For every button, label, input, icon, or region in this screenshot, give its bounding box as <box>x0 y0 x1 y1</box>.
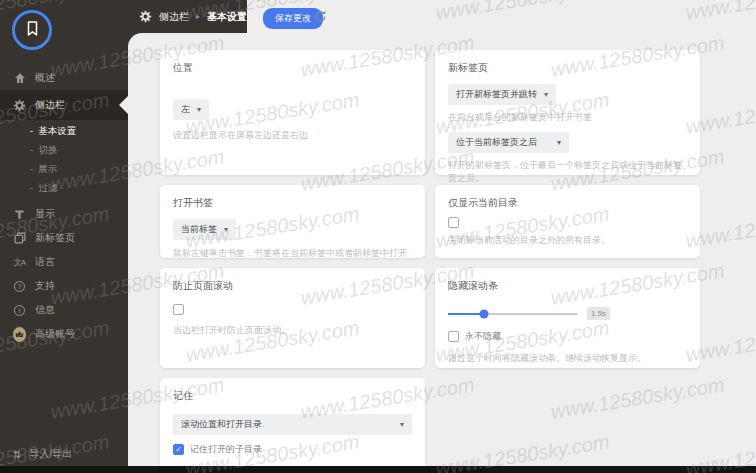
select-value: 当前标签 <box>181 223 217 236</box>
sidebar-item-support[interactable]: ? 支持 <box>0 274 128 298</box>
bullet: - <box>30 182 33 195</box>
card-description: 超过这个时间将隐藏滚动条。继续滚动恢复显示。 <box>448 352 687 366</box>
active-notch <box>119 96 128 114</box>
card-newtab: 新标签页 打开新标签页并跳转 ▾ 在前台或后台的新标签页中打开书签 位于当前标签… <box>435 50 700 175</box>
card-position: 位置 左 ▾ 设置边栏显示在屏幕左边还是右边 <box>160 50 425 175</box>
remember-subdir-checkbox[interactable]: ✓ <box>173 444 184 455</box>
sidebar-item-overview[interactable]: 概述 <box>0 66 128 90</box>
newtab-open-select[interactable]: 打开新标签页并跳转 ▾ <box>448 84 556 105</box>
sidebar-item-label: 信息 <box>35 303 55 317</box>
slider-track[interactable] <box>448 313 578 315</box>
chevron-down-icon: ▾ <box>544 90 548 99</box>
chevron-down-icon: ▾ <box>557 138 561 147</box>
sidebar-item-newtab[interactable]: 新标签页 <box>0 226 128 250</box>
hide-delay-slider: 1.5s <box>448 307 687 320</box>
subitem-label: 基本设置 <box>38 125 76 138</box>
breadcrumb: 侧边栏 ▸ 基本设置 <box>139 0 247 33</box>
card-current-dir-only: 仅显示当前目录 ✓ 关闭除当前活动的目录之外的所有目录。 <box>435 185 700 258</box>
remember-select[interactable]: 滚动位置和打开目录 ▾ <box>173 414 412 435</box>
card-remember: 记住 滚动位置和打开目录 ▾ ✓ 记住打开的子目录 选择页面更改后要记住的内容。… <box>160 378 425 473</box>
card-title: 隐藏滚动条 <box>448 279 687 293</box>
import-export-icon: ⇅ <box>13 449 21 460</box>
app-logo[interactable] <box>12 10 52 50</box>
breadcrumb-page: 基本设置 <box>207 10 247 24</box>
sidebar-item-label: 侧边栏 <box>35 98 65 112</box>
translate-icon: 文A <box>13 256 26 269</box>
sidebar-item-label: 显示 <box>35 207 55 221</box>
bullet: - <box>30 125 33 138</box>
bullet: - <box>30 144 33 157</box>
subitem-label: 展示 <box>38 163 57 176</box>
card-title: 防止页面滚动 <box>173 279 412 293</box>
sidebar-item-label: 支持 <box>35 279 55 293</box>
select-value: 位于当前标签页之后 <box>456 136 537 149</box>
card-description: 在前台或后台的新标签页中打开书签 <box>448 111 687 125</box>
slider-value-badge: 1.5s <box>587 307 610 320</box>
card-hide-scrollbar: 隐藏滚动条 1.5s ✓ 永不隐藏 超过这个时间将隐藏滚动条。继续滚动恢复显示。 <box>435 268 700 368</box>
open-bookmark-select[interactable]: 当前标签 ▾ <box>173 219 236 240</box>
settings-column-left: 位置 左 ▾ 设置边栏显示在屏幕左边还是右边 打开书签 当前标签 ▾ 鼠标左键单… <box>160 50 425 473</box>
subitem-filter[interactable]: - 过滤 <box>0 179 128 198</box>
sidebar-item-label: 概述 <box>35 71 55 85</box>
subitem-toggle[interactable]: - 切换 <box>0 141 128 160</box>
settings-column-right: 新标签页 打开新标签页并跳转 ▾ 在前台或后台的新标签页中打开书签 位于当前标签… <box>435 50 700 378</box>
subitem-label: 过滤 <box>38 182 57 195</box>
sidebar-item-language[interactable]: 文A 语言 <box>0 250 128 274</box>
bookmark-icon <box>25 20 40 41</box>
sidebar-nav: 概述 侧边栏 <box>0 66 128 346</box>
sidebar-item-label: 高级账号 <box>35 327 75 341</box>
position-select[interactable]: 左 ▾ <box>173 99 209 120</box>
never-hide-checkbox[interactable]: ✓ <box>448 331 459 342</box>
settings-window: 概述 侧边栏 <box>0 0 756 473</box>
chevron-down-icon: ▾ <box>197 105 201 114</box>
format-text-icon <box>13 208 26 221</box>
subitem-presentation[interactable]: - 展示 <box>0 160 128 179</box>
sidebar-item-label: 导入/导出 <box>29 447 72 461</box>
sidebar-item-info[interactable]: i 信息 <box>0 298 128 322</box>
help-icon: ? <box>13 280 26 293</box>
gear-icon <box>139 10 152 23</box>
card-description: 打开的新标签页，位于最后一个标签页之后或位于当前标签页之后。 <box>448 159 687 186</box>
sidebar-item-sidebar[interactable]: 侧边栏 <box>0 90 128 120</box>
card-title: 打开书签 <box>173 196 412 210</box>
breadcrumb-section: 侧边栏 <box>159 10 189 24</box>
bottom-edge-bar <box>0 466 756 473</box>
sidebar-item-appearance[interactable]: 显示 <box>0 202 128 226</box>
select-value: 滚动位置和打开目录 <box>181 418 262 431</box>
tabs-icon <box>13 232 26 245</box>
card-title: 新标签页 <box>448 61 687 75</box>
select-value: 左 <box>181 103 190 116</box>
card-title: 仅显示当前目录 <box>448 196 687 210</box>
newtab-position-select[interactable]: 位于当前标签页之后 ▾ <box>448 132 569 153</box>
sidebar-subnav: - 基本设置 - 切换 - 展示 - 过滤 <box>0 122 128 198</box>
refresh-icon[interactable] <box>314 9 327 22</box>
sidebar-item-label: 语言 <box>35 255 55 269</box>
bullet: - <box>30 163 33 176</box>
prevent-scroll-checkbox[interactable]: ✓ <box>173 304 184 315</box>
checkbox-label: 记住打开的子目录 <box>190 443 262 456</box>
card-description: 设置边栏显示在屏幕左边还是右边 <box>173 129 412 143</box>
sidebar-item-import-export[interactable]: ⇅ 导入/导出 <box>13 447 72 461</box>
gear-icon <box>13 99 26 112</box>
current-dir-only-checkbox[interactable]: ✓ <box>448 217 459 228</box>
info-icon: i <box>13 304 26 317</box>
chevron-down-icon: ▾ <box>224 225 228 234</box>
card-open-bookmark: 打开书签 当前标签 ▾ 鼠标左键单击书签，书签将在当前标签中或者新标签中打开 <box>160 185 425 258</box>
card-title: 位置 <box>173 61 412 75</box>
crown-icon <box>13 328 26 341</box>
card-description: 鼠标左键单击书签，书签将在当前标签中或者新标签中打开 <box>173 247 412 261</box>
card-description: 关闭除当前活动的目录之外的所有目录。 <box>448 234 687 248</box>
card-title: 记住 <box>173 389 412 403</box>
slider-thumb[interactable] <box>480 309 489 318</box>
breadcrumb-separator-icon: ▸ <box>196 12 200 21</box>
home-icon <box>13 72 26 85</box>
sidebar-item-premium[interactable]: 高级账号 <box>0 322 128 346</box>
card-prevent-scroll: 防止页面滚动 ✓ 当边栏打开时防止页面滚动。 <box>160 268 425 368</box>
check-icon: ✓ <box>175 446 182 454</box>
subitem-general[interactable]: - 基本设置 <box>0 122 128 141</box>
subitem-label: 切换 <box>38 144 57 157</box>
chevron-down-icon: ▾ <box>400 420 404 429</box>
card-description: 当边栏打开时防止页面滚动。 <box>173 324 412 338</box>
sidebar: 概述 侧边栏 <box>0 0 128 473</box>
checkbox-label: 永不隐藏 <box>465 330 501 343</box>
